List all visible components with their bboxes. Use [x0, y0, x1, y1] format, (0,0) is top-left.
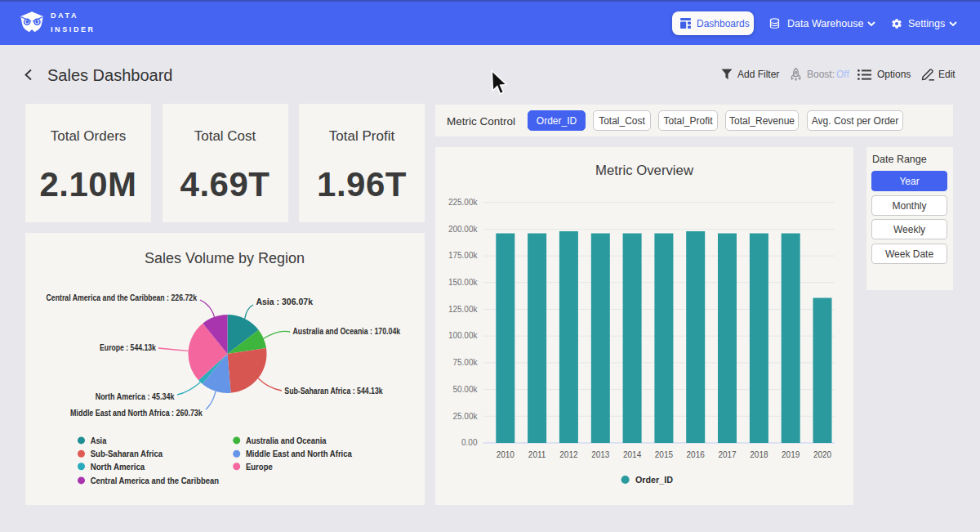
svg-text:50.00k: 50.00k — [452, 385, 478, 394]
svg-text:150.00k: 150.00k — [448, 278, 479, 287]
svg-text:Middle East and North Africa: Middle East and North Africa — [246, 449, 352, 458]
svg-text:2017: 2017 — [718, 450, 737, 459]
svg-text:Asia: Asia — [91, 436, 107, 445]
svg-text:125.00k: 125.00k — [448, 305, 479, 314]
svg-text:North America: North America — [91, 462, 145, 472]
svg-text:Australia and Oceania : 170.04: Australia and Oceania : 170.04k — [293, 326, 401, 336]
svg-text:2012: 2012 — [559, 450, 578, 459]
svg-text:175.00k: 175.00k — [448, 251, 479, 260]
svg-text:0.00: 0.00 — [461, 438, 478, 447]
svg-text:Australia and Oceania: Australia and Oceania — [246, 436, 327, 445]
svg-text:Order_ID: Order_ID — [635, 475, 673, 485]
svg-text:225.00k: 225.00k — [448, 198, 479, 207]
svg-text:Europe: Europe — [246, 462, 273, 472]
svg-text:200.00k: 200.00k — [448, 225, 479, 234]
svg-text:2013: 2013 — [591, 450, 610, 459]
svg-text:2015: 2015 — [655, 450, 674, 459]
svg-text:75.00k: 75.00k — [452, 358, 478, 367]
svg-text:Metric Overview: Metric Overview — [595, 163, 694, 178]
svg-text:Asia : 306.07k: Asia : 306.07k — [256, 297, 313, 306]
svg-text:Europe : 544.13k: Europe : 544.13k — [100, 342, 156, 352]
svg-text:2010: 2010 — [497, 450, 515, 459]
svg-text:2014: 2014 — [623, 450, 642, 459]
svg-text:2011: 2011 — [528, 450, 546, 459]
svg-text:2020: 2020 — [813, 450, 832, 459]
svg-text:Sales Volume by Region: Sales Volume by Region — [145, 250, 305, 266]
svg-text:100.00k: 100.00k — [448, 331, 479, 340]
svg-text:2016: 2016 — [687, 450, 706, 459]
svg-text:Sub-Saharan Africa : 544.13k: Sub-Saharan Africa : 544.13k — [284, 386, 383, 396]
svg-text:25.00k: 25.00k — [452, 412, 478, 421]
svg-text:Middle East and North Africa :: Middle East and North Africa : 260.73k — [70, 408, 203, 418]
svg-text:2019: 2019 — [782, 450, 800, 459]
svg-text:2018: 2018 — [750, 450, 768, 459]
svg-text:Central America and the Caribb: Central America and the Caribbean : 226.… — [47, 293, 198, 302]
svg-text:North America : 45.34k: North America : 45.34k — [96, 391, 175, 401]
svg-text:Central America and the Caribb: Central America and the Caribbean — [91, 476, 219, 485]
svg-text:Sub-Saharan Africa: Sub-Saharan Africa — [91, 449, 163, 458]
